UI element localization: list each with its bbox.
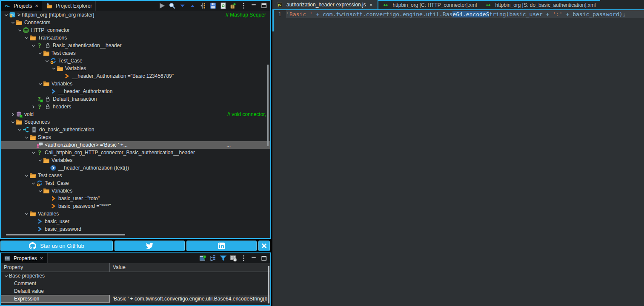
- value-column-header[interactable]: Value: [110, 264, 270, 270]
- tree-item-headers[interactable]: ?headers: [1, 103, 270, 110]
- property-row-expression[interactable]: Expression'Basic ' + com.twinsoft.conver…: [1, 295, 270, 303]
- tree-item-variables[interactable]: Variables: [1, 156, 270, 164]
- expander-spacer: [44, 204, 50, 209]
- tree-item-basic-user[interactable]: basic_user: [1, 218, 270, 225]
- property-column-header[interactable]: Property: [1, 263, 110, 272]
- refresh-icon[interactable]: [220, 2, 227, 9]
- collapse-arrow-icon[interactable]: [3, 12, 9, 18]
- view-menu-icon[interactable]: [240, 255, 247, 262]
- tree-item-header-authorization[interactable]: __header_Authorization ="Basic 123456789…: [1, 72, 270, 80]
- editor-tab-httpbin-org-c-http-connector-xml[interactable]: httpbin_org [C: HTTP_connector].xml: [378, 0, 481, 9]
- tree-item-test-cases[interactable]: Test cases: [1, 172, 270, 179]
- tree-item-http-connector[interactable]: HTTP_connector: [1, 26, 270, 34]
- collapse-arrow-icon[interactable]: [10, 20, 16, 26]
- collapse-arrow-icon[interactable]: [24, 173, 29, 178]
- pin-dialog-icon[interactable]: [199, 255, 206, 262]
- question-icon: ?: [36, 42, 43, 49]
- search-icon[interactable]: [169, 2, 176, 9]
- tab-projects[interactable]: Projects ×: [1, 1, 43, 11]
- editor-tab-httpbin-org-s-do-basic-authentication-xml[interactable]: httpbin_org [S: do_basic_authentication]…: [481, 0, 600, 9]
- collapse-arrow-icon[interactable]: [31, 150, 36, 156]
- tree-item-test-cases[interactable]: Test cases: [1, 49, 270, 57]
- close-tab-icon[interactable]: ×: [34, 3, 39, 8]
- tree-item-header-authorization-text[interactable]: __header_Authorization (text()): [1, 164, 270, 172]
- close-banner-button[interactable]: [258, 241, 270, 251]
- tree-item-basic-password[interactable]: basic_password ="****": [1, 202, 270, 210]
- tree-item-authorization-header[interactable]: <authorization_header> ='Basic ' +......: [1, 141, 270, 149]
- tab-properties[interactable]: Properties ×: [1, 253, 48, 263]
- tree-item-comment: // void connector,: [227, 111, 266, 117]
- tab-project-explorer[interactable]: Project Explorer: [43, 1, 96, 11]
- link-with-editor-icon[interactable]: [199, 2, 206, 9]
- star-on-github-button[interactable]: Star us on GitHub: [0, 241, 113, 251]
- tree-item-header-authorization[interactable]: __header_Authorization: [1, 88, 270, 95]
- collapse-arrow-icon[interactable]: [51, 66, 57, 71]
- svg-text:?: ?: [38, 149, 41, 156]
- sort-up-icon[interactable]: [189, 2, 196, 9]
- minimize-icon[interactable]: [250, 255, 258, 262]
- tree-item-variables[interactable]: Variables: [1, 210, 270, 218]
- properties-vertical-scrollbar[interactable]: [268, 266, 269, 303]
- import-project-icon[interactable]: [230, 2, 237, 9]
- tree-item-call-httpbin-org-http-connector-basic-authentication-header[interactable]: ?Call_httpbin_org_HTTP_connector_Basic_a…: [1, 149, 270, 156]
- collapse-arrow-icon[interactable]: [37, 81, 43, 87]
- tree-item-default-transaction[interactable]: ?Default_transaction: [1, 95, 270, 103]
- collapse-arrow-icon[interactable]: [24, 211, 29, 217]
- github-button-label: Star us on GitHub: [40, 243, 84, 249]
- collapse-arrow-icon[interactable]: [3, 273, 9, 279]
- collapse-arrow-icon[interactable]: [17, 28, 23, 33]
- filter-icon[interactable]: [220, 255, 227, 262]
- tree-item-httpbin-org-httpbin-org-master[interactable]: > httpbin_org [httpbin_org master]// Mas…: [1, 11, 270, 19]
- tree-item-steps[interactable]: Steps: [1, 133, 270, 141]
- tree-item-basic-user[interactable]: basic_user ="toto": [1, 195, 270, 202]
- collapse-arrow-icon[interactable]: [24, 135, 29, 140]
- tree-item-label: Sequences: [24, 119, 50, 125]
- collapse-arrow-icon[interactable]: [31, 43, 36, 48]
- maximize-icon[interactable]: [260, 2, 268, 9]
- expand-arrow-icon[interactable]: [31, 104, 36, 110]
- close-tab-icon[interactable]: ×: [39, 255, 44, 261]
- tree-item-variables[interactable]: Variables: [1, 65, 270, 72]
- tree-item-void[interactable]: void// void connector,: [1, 110, 270, 118]
- collapse-arrow-icon[interactable]: [31, 181, 36, 186]
- code-editor[interactable]: 1 'Basic ' + com.twinsoft.convertigo.eng…: [272, 10, 644, 306]
- tree-item-sequences[interactable]: Sequences: [1, 118, 270, 126]
- table-settings-icon[interactable]: [230, 255, 237, 262]
- collapse-arrow-icon[interactable]: [44, 58, 50, 64]
- tree-mode-icon[interactable]: [209, 255, 217, 262]
- collapse-arrow-icon[interactable]: [17, 127, 23, 133]
- editor-focus-strip: [272, 10, 274, 31]
- properties-grid-icon: [4, 255, 10, 261]
- collapse-arrow-icon[interactable]: [37, 158, 43, 163]
- maximize-icon[interactable]: [260, 255, 268, 262]
- view-menu-icon[interactable]: [240, 2, 247, 9]
- property-row-comment[interactable]: Comment: [1, 280, 270, 287]
- tree-item-test-case[interactable]: Test_Case: [1, 179, 270, 187]
- tree-item-connectors[interactable]: Connectors: [1, 19, 270, 26]
- linkedin-button[interactable]: [186, 241, 257, 251]
- tree-item-do-basic-authentication[interactable]: do_basic_authentication: [1, 126, 270, 133]
- collapse-arrow-icon[interactable]: [10, 119, 16, 125]
- tree-item-basic-password[interactable]: basic_password: [1, 225, 270, 233]
- folder-icon: [29, 34, 36, 41]
- collapse-arrow-icon[interactable]: [24, 35, 29, 41]
- collapse-arrow-icon[interactable]: [37, 188, 43, 194]
- save-all-icon[interactable]: [209, 2, 217, 9]
- property-row-default-value[interactable]: Default value: [1, 287, 270, 295]
- tree-item-basic-authentication-header[interactable]: ?Basic_authentication__header: [1, 42, 270, 49]
- property-row-base-properties[interactable]: Base properties: [1, 272, 270, 280]
- twitter-button[interactable]: [114, 241, 185, 251]
- tree-item-variables[interactable]: Variables: [1, 80, 270, 88]
- minimize-icon[interactable]: [250, 2, 258, 9]
- editor-tab-authorization-header-expression-js[interactable]: JSauthorization_header-expression.js×: [272, 0, 378, 9]
- sort-down-icon[interactable]: [179, 2, 186, 9]
- tree-item-transactions[interactable]: Transactions: [1, 34, 270, 42]
- close-tab-icon[interactable]: ×: [369, 2, 374, 8]
- tree-item-test-case[interactable]: Test_Case: [1, 57, 270, 65]
- expand-arrow-icon[interactable]: [10, 112, 16, 117]
- tree-item-variables[interactable]: Variables: [1, 187, 270, 195]
- run-icon[interactable]: [158, 2, 166, 9]
- collapse-arrow-icon[interactable]: [37, 51, 43, 56]
- tree-vertical-scrollbar[interactable]: [267, 65, 269, 146]
- tree-horizontal-scrollbar[interactable]: [6, 234, 125, 235]
